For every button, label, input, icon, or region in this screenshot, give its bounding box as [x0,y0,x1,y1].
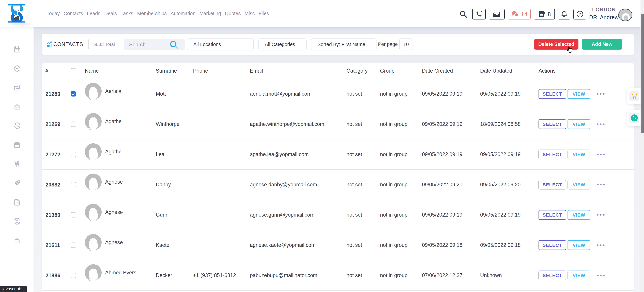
svg-text:12: 12 [16,49,19,52]
svg-text:?: ? [578,12,581,17]
